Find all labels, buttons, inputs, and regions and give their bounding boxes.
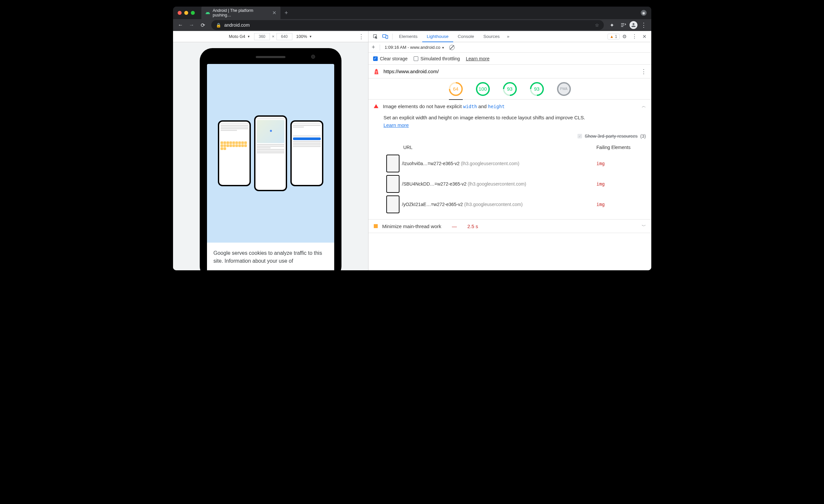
chevron-down-icon: ﹀: [642, 223, 646, 229]
extensions-button[interactable]: ✦: [607, 20, 617, 30]
more-tabs-button[interactable]: »: [504, 34, 512, 39]
dropdown-triangle-icon: ▼: [442, 46, 445, 49]
minimize-window-button[interactable]: [184, 11, 188, 15]
profile-button[interactable]: [629, 21, 637, 29]
report-select[interactable]: 1:09:16 AM - www.android.co ▼: [385, 45, 445, 50]
close-devtools-button[interactable]: ✕: [640, 34, 649, 39]
svg-rect-2: [386, 35, 388, 38]
third-party-label: Show 3rd-party resources: [585, 133, 637, 139]
phone-screen[interactable]: Google serves cookies to analyze traffic…: [207, 64, 334, 270]
chrome-menu-button[interactable]: ⋮: [639, 20, 649, 30]
performance-gauge[interactable]: 64: [449, 82, 463, 96]
reading-list-button[interactable]: [618, 20, 628, 30]
url-text: android.com: [224, 22, 592, 28]
warnings-badge[interactable]: ▲1: [607, 34, 620, 39]
clear-storage-checkbox[interactable]: ✓Clear storage: [373, 56, 408, 61]
pwa-gauge[interactable]: PWA: [557, 82, 571, 96]
width-input[interactable]: [254, 33, 270, 40]
thumbnail-icon: [386, 175, 400, 193]
audit-header[interactable]: Image elements do not have explicit widt…: [369, 100, 651, 113]
thumbnail-icon: [386, 195, 400, 213]
titlebar: Android | The platform pushing… ✕ + ◉: [173, 7, 651, 19]
zoom-select[interactable]: 100% ▼: [296, 34, 312, 39]
address-bar: ← → ⟳ 🔒 android.com ☆ ✦ ⋮: [173, 19, 651, 31]
failing-element[interactable]: img: [597, 202, 646, 207]
warning-triangle-icon: ▲: [610, 34, 614, 39]
failing-elements-table: URL Failing Elements /Izuohvi0a…=w272-e3…: [369, 143, 651, 219]
fail-triangle-icon: [374, 104, 378, 108]
warning-count: 1: [615, 34, 617, 39]
browser-tab[interactable]: Android | The platform pushing… ✕: [201, 7, 281, 20]
lighthouse-toolbar: + 1:09:16 AM - www.android.co ▼: [369, 42, 651, 53]
inspect-icon[interactable]: [371, 34, 380, 39]
tab-elements[interactable]: Elements: [395, 31, 422, 42]
audit-value: 2.5 s: [468, 223, 478, 229]
audit-main-thread[interactable]: Minimize main-thread work — 2.5 s ﹀: [369, 219, 651, 233]
dropdown-triangle-icon: ▼: [309, 35, 312, 38]
close-window-button[interactable]: [178, 11, 182, 15]
maximize-window-button[interactable]: [191, 11, 195, 15]
column-failing: Failing Elements: [597, 145, 646, 150]
tab-title: Android | The platform pushing…: [213, 8, 268, 17]
tab-lighthouse[interactable]: Lighthouse: [422, 31, 453, 42]
failing-element[interactable]: img: [597, 161, 646, 166]
window-controls: [178, 11, 195, 15]
seo-gauge[interactable]: 93: [530, 82, 544, 96]
score-gauges: 64 100 93 93 PWA: [369, 79, 651, 100]
phone-frame: Google serves cookies to analyze traffic…: [200, 48, 341, 270]
new-report-button[interactable]: +: [372, 44, 376, 51]
audit-title: Minimize main-thread work: [382, 223, 441, 229]
zoom-value: 100%: [296, 34, 307, 39]
close-tab-button[interactable]: ✕: [272, 10, 277, 16]
cookie-notice: Google serves cookies to analyze traffic…: [207, 242, 334, 270]
simulated-throttling-checkbox[interactable]: Simulated throttling: [414, 56, 460, 61]
audit-title: Image elements do not have explicit widt…: [383, 103, 505, 109]
average-square-icon: [374, 224, 378, 228]
tab-sources[interactable]: Sources: [479, 31, 504, 42]
learn-more-link[interactable]: Learn more: [384, 122, 409, 128]
table-row: /SBU4NckDD…=w272-e365-v2 (lh3.googleuser…: [384, 174, 651, 194]
height-input[interactable]: [277, 33, 292, 40]
dropdown-triangle-icon: ▼: [247, 35, 250, 38]
device-more-button[interactable]: ⋮: [358, 33, 364, 40]
table-row: /Izuohvi0a…=w272-e365-v2 (lh3.googleuser…: [384, 153, 651, 174]
checkbox-checked-icon: ✓: [373, 57, 378, 61]
dimension-separator: ×: [272, 34, 275, 39]
forward-button[interactable]: →: [187, 20, 197, 30]
tab-console[interactable]: Console: [453, 31, 479, 42]
clear-icon[interactable]: [449, 45, 454, 50]
lighthouse-icon: [373, 68, 380, 75]
new-tab-button[interactable]: +: [282, 8, 291, 17]
third-party-toggle: ✓ Show 3rd-party resources (3): [369, 133, 651, 143]
learn-more-link[interactable]: Learn more: [466, 56, 490, 61]
checkbox-unchecked-icon: [414, 57, 418, 61]
failing-element[interactable]: img: [597, 181, 646, 187]
back-button[interactable]: ←: [176, 20, 186, 30]
chevron-up-icon: ︿: [642, 103, 646, 109]
settings-button[interactable]: ⚙: [620, 34, 629, 39]
android-favicon-icon: [205, 10, 210, 15]
accessibility-gauge[interactable]: 100: [476, 82, 490, 96]
device-toggle-icon[interactable]: [380, 34, 390, 39]
bookmark-star-icon[interactable]: ☆: [595, 22, 599, 28]
url-input[interactable]: 🔒 android.com ☆: [211, 20, 604, 30]
best-practices-gauge[interactable]: 93: [503, 82, 517, 96]
thumbnail-icon: [386, 155, 400, 172]
lock-icon: 🔒: [216, 23, 221, 28]
device-select[interactable]: Moto G4 ▼: [229, 34, 250, 39]
devtools-menu-button[interactable]: ⋮: [629, 33, 640, 39]
third-party-count: (3): [640, 133, 646, 139]
audited-url: https://www.android.com/: [384, 69, 439, 74]
audit-image-dimensions: Image elements do not have explicit widt…: [369, 100, 651, 219]
app-preview-messages: [218, 120, 251, 186]
report-menu-button[interactable]: ⋮: [641, 68, 647, 75]
svg-rect-1: [382, 34, 386, 37]
devtools-tabs: Elements Lighthouse Console Sources » ▲1…: [369, 31, 651, 42]
audited-url-row: https://www.android.com/ ⋮: [369, 65, 651, 79]
table-row: /yOZkI21aE…=w272-e365-v2 (lh3.googleuser…: [384, 194, 651, 215]
column-url: URL: [403, 145, 597, 150]
audit-description: Set an explicit width and height on imag…: [369, 113, 651, 133]
reload-button[interactable]: ⟳: [198, 20, 208, 30]
device-name: Moto G4: [229, 34, 245, 39]
app-preview-books: [290, 120, 323, 186]
